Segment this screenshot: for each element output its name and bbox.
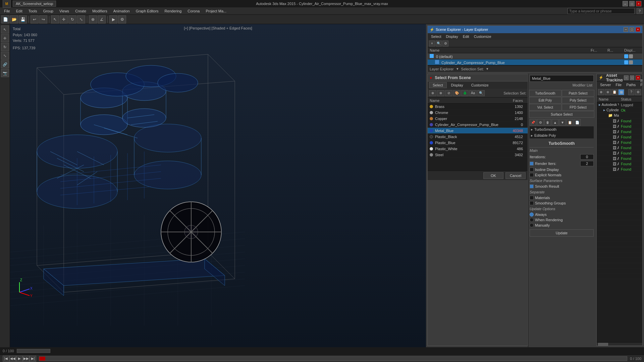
maximize-btn[interactable]: □ <box>629 1 635 6</box>
se-menu-customize[interactable]: Customize <box>472 34 493 39</box>
at-tool-settings[interactable]: ⚙ <box>635 89 641 95</box>
at-row-img-2[interactable]: 🖼 Air_Compressor_Brass_Diffuse.png Found <box>597 124 642 129</box>
sfs-tab-display[interactable]: Display <box>447 82 467 88</box>
menu-create[interactable]: Create <box>72 8 89 14</box>
sfs-row-chrome[interactable]: Chrome 1400 <box>428 110 528 116</box>
sfs-row-steel[interactable]: Steel 3402 <box>428 152 528 158</box>
modifier-editable-poly[interactable]: ▸ Editable Poly <box>530 132 594 138</box>
ts-when-rendering-radio[interactable] <box>530 218 534 222</box>
menu-animation[interactable]: Animation <box>111 8 132 14</box>
sfs-row-plastic-black[interactable]: Plastic_Black 4512 <box>428 134 528 140</box>
at-restore-btn[interactable]: □ <box>630 75 635 80</box>
menu-corona[interactable]: Corona <box>185 8 202 14</box>
at-row-img-4[interactable]: 🖼 Air_Compressor_Chrome_Bump.png Found <box>597 134 642 140</box>
menu-project[interactable]: Project Ma... <box>203 8 229 14</box>
sfs-tool-case[interactable]: Aa <box>469 90 477 96</box>
ts-isoline-checkbox[interactable] <box>530 168 534 172</box>
mod-tool-pin[interactable]: 📌 <box>530 119 536 126</box>
vtool-camera[interactable]: 📷 <box>1 69 9 77</box>
sfs-row-copper[interactable]: Copper 2148 <box>428 116 528 122</box>
at-scrollbar-thumb[interactable] <box>598 343 608 346</box>
sfs-row-plastic-blue[interactable]: Plastic_Blue 89172 <box>428 140 528 146</box>
se-layer-1[interactable]: Cylinder_Air_Compressor_Pump_Blue <box>428 59 642 65</box>
at-row-img-6[interactable]: 🖼 Air_Compressor_Chrome_Glossiness.png F… <box>597 145 642 150</box>
ts-explicit-checkbox[interactable] <box>530 173 534 177</box>
vtool-link[interactable]: 🔗 <box>1 60 9 68</box>
at-row-file[interactable]: ▸ Cylinder_Air_Compressor_Pump_Blue_max_… <box>597 108 642 113</box>
menu-group[interactable]: Group <box>40 8 56 14</box>
at-row-img-3[interactable]: 🖼 Air_Compressor_Brass_Glossiness.png Fo… <box>597 129 642 134</box>
at-menu-server[interactable]: Server <box>598 82 613 87</box>
se-tool-find[interactable]: 🔍 <box>436 41 442 47</box>
se-minimize-btn[interactable]: – <box>624 27 628 32</box>
se-tool-options[interactable]: ⚙ <box>442 41 448 47</box>
viewport[interactable]: X Y Z Total Polys: 143 060 Verts: 71 577… <box>10 24 426 347</box>
se-menu-edit[interactable]: Edit <box>461 34 471 39</box>
at-tool-1[interactable]: ⊕ <box>598 89 604 95</box>
modifier-turbosmooth[interactable]: ▸ TurboSmooth <box>530 126 594 132</box>
surface-select-btn[interactable]: Surface Select <box>529 111 594 118</box>
ts-smoothing-checkbox[interactable] <box>530 201 534 205</box>
sfs-tab-customize[interactable]: Customize <box>468 82 492 88</box>
at-scrollbar[interactable] <box>597 342 642 346</box>
menu-rendering[interactable]: Rendering <box>162 8 184 14</box>
sfs-row-plastic-white[interactable]: Plastic_White 486 <box>428 146 528 152</box>
select-btn[interactable]: ↖ <box>51 15 59 23</box>
at-row-maps[interactable]: 📁 Maps / Shaders <box>597 113 642 118</box>
se-menu-select[interactable]: Select <box>429 34 443 39</box>
ts-render-iters-checkbox[interactable] <box>530 162 534 166</box>
sfs-row-brass[interactable]: Brass 1392 <box>428 104 528 110</box>
tab-label[interactable]: AK_Screenshot_wrksp <box>13 1 56 7</box>
open-btn[interactable]: 📂 <box>10 15 18 23</box>
ts-iterations-input[interactable] <box>580 154 594 160</box>
at-row-img-1[interactable]: 🖼 Air_Compressor_Brass_Bump.png Found <box>597 118 642 124</box>
save-btn[interactable]: 💾 <box>19 15 27 23</box>
at-menu-paths[interactable]: Paths <box>624 82 638 87</box>
menu-graph-editors[interactable]: Graph Editors <box>133 8 161 14</box>
at-row-vault[interactable]: ▸ Autodesk Vault Logged <box>597 102 642 108</box>
fpd-select-btn[interactable]: FPD Select <box>562 104 594 111</box>
at-tool-help[interactable]: ? <box>628 89 634 95</box>
rotate-btn[interactable]: ↻ <box>68 15 76 23</box>
search-input[interactable] <box>568 8 635 14</box>
move-btn[interactable]: ✛ <box>60 15 68 23</box>
scale-btn[interactable]: ⤡ <box>77 15 85 23</box>
menu-edit[interactable]: Edit <box>13 8 25 14</box>
sfs-tool-by-color[interactable]: 🎨 <box>453 90 461 96</box>
at-row-img-8[interactable]: 🖼 Air_Compressor_Metal_Blue_Diffuse.png … <box>597 156 642 161</box>
menu-tools[interactable]: Tools <box>26 8 40 14</box>
se-close-btn[interactable]: × <box>636 27 640 32</box>
cancel-button[interactable]: Cancel <box>505 172 526 179</box>
vtool-scale[interactable]: ⤡ <box>1 52 9 60</box>
at-row-img-5[interactable]: 🖼 Air_Compressor_Chrome_Diffuse.png Foun… <box>597 140 642 145</box>
sfs-row-cylinder[interactable]: Cylinder_Air_Compressor_Pump_Blue 0 <box>428 122 528 128</box>
vol-select-btn[interactable]: Vol. Select <box>529 104 561 111</box>
at-row-img-10[interactable]: 🖼 Air_Compressor_Plastic_Blue_Diffuse.pn… <box>597 167 642 172</box>
mod-tool-paste[interactable]: 📄 <box>574 119 581 126</box>
sfs-tool-search[interactable]: 🔍 <box>477 90 485 96</box>
at-menu-file[interactable]: File <box>613 82 624 87</box>
sfs-row-metal-blue[interactable]: Metal_Blue 40348 <box>428 128 528 134</box>
mod-tool-remove[interactable]: 🗑 <box>544 119 551 126</box>
vtool-move[interactable]: ✛ <box>1 34 9 42</box>
anim-play[interactable]: ▶ <box>16 356 23 362</box>
anim-prev-frame[interactable]: |◀ <box>3 356 9 362</box>
edit-poly-btn[interactable]: Edit Poly <box>529 97 561 104</box>
at-row-img-7[interactable]: 🖼 Air_Compressor_Metal_Black_Bump.png Fo… <box>597 150 642 156</box>
minimize-btn[interactable]: – <box>623 1 628 6</box>
at-row-img-9[interactable]: 🖼 Air_Compressor_Plastic_Black_Diffuse.p… <box>597 161 642 167</box>
ts-manually-radio[interactable] <box>530 223 534 227</box>
anim-track[interactable] <box>39 356 627 361</box>
menu-modifiers[interactable]: Modifiers <box>90 8 110 14</box>
se-menu-display[interactable]: Display <box>444 34 460 39</box>
sfs-tool-invert[interactable]: ⊘ <box>445 90 452 96</box>
new-btn[interactable]: 📄 <box>1 15 9 23</box>
help-btn[interactable]: ? <box>637 8 643 14</box>
sfs-tool-none[interactable]: ⊗ <box>437 90 444 96</box>
render-btn[interactable]: ▶ <box>109 15 117 23</box>
mod-tool-copy[interactable]: 📋 <box>567 119 573 126</box>
at-minimize-btn[interactable]: – <box>624 75 629 80</box>
angle-snap-btn[interactable]: ∠ <box>98 15 106 23</box>
mod-tool-up[interactable]: ▲ <box>552 119 558 126</box>
at-tool-2[interactable]: ⊗ <box>605 89 611 95</box>
